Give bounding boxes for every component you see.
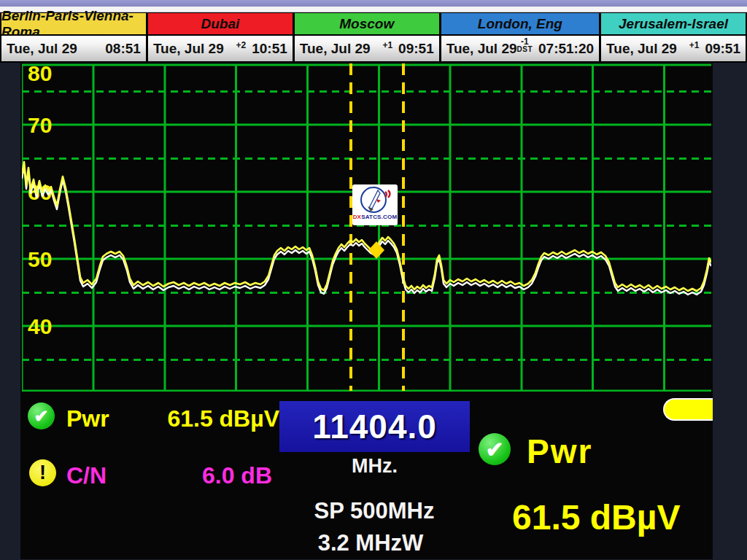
bandwidth-value: 3.2 MHzW [261, 530, 480, 556]
clock-date: Tue, Jul 29 [300, 41, 371, 57]
clock-cell: London, Eng Tue, Jul 29 -1 DST 07:51:20 [441, 13, 599, 61]
logo-wordmark: DXSATCS.COM [353, 214, 398, 220]
clock-utc-offset: -1 DST [517, 37, 533, 53]
clock-time: 07:51:20 [538, 41, 594, 57]
pwr-ok-icon: ✔ [28, 402, 55, 429]
clock-city-label: London, Eng [441, 13, 599, 36]
clock-time-row: Tue, Jul 29 +2 10:51 [148, 36, 293, 61]
clock-cell: Moscow Tue, Jul 29 +1 09:51 [295, 13, 439, 61]
clock-city-label: Jerusalem-Israel [601, 13, 746, 36]
clock-time: 09:51 [705, 41, 740, 57]
spectrum-plot: 8070605040 [22, 63, 711, 392]
clock-cell: Dubai Tue, Jul 29 +2 10:51 [148, 13, 293, 61]
svg-text:40: 40 [28, 314, 52, 338]
clock-city-label: Dubai [148, 13, 293, 36]
clock-time: 09:51 [398, 41, 434, 57]
clock-cell: Berlin-Paris-Vienna-Roma Tue, Jul 29 08:… [1, 13, 146, 61]
clock-city-label: Berlin-Paris-Vienna-Roma [1, 13, 146, 36]
pwr-value: 61.5 dBµV [152, 405, 279, 432]
world-clock-bar: Berlin-Paris-Vienna-Roma Tue, Jul 29 08:… [0, 12, 747, 63]
window-top-bar [0, 0, 747, 7]
clock-time: 08:51 [105, 41, 141, 57]
clock-time: 10:51 [252, 41, 287, 57]
clock-time-row: Tue, Jul 29 +1 09:51 [601, 36, 746, 61]
meter-screen: Berlin-Paris-Vienna-Roma Tue, Jul 29 08:… [0, 0, 747, 560]
analyzer-area: 8070605040 DXSATCS.COM ✔ Pwr 61.5 dBµV ! [0, 63, 747, 559]
svg-text:50: 50 [28, 247, 52, 271]
frequency-box[interactable]: 11404.0 [279, 401, 470, 452]
clock-time-row: Tue, Jul 29 08:51 [1, 36, 146, 61]
clock-city-label: Moscow [295, 13, 439, 36]
frequency-unit: MHz. [279, 455, 470, 478]
big-pwr-label: Pwr [527, 432, 592, 471]
svg-text:70: 70 [28, 113, 52, 137]
span-value: SP 500MHz [261, 498, 487, 524]
cn-warning-icon: ! [29, 459, 56, 486]
frequency-value: 11404.0 [312, 407, 437, 446]
clock-date: Tue, Jul 29 [446, 41, 517, 57]
pwr-label: Pwr [66, 405, 109, 432]
clock-utc-offset: +1 [689, 41, 700, 50]
dxsatcs-logo: DXSATCS.COM [352, 184, 398, 225]
clock-cell: Jerusalem-Israel Tue, Jul 29 +1 09:51 [601, 13, 746, 61]
clock-time-row: Tue, Jul 29 -1 DST 07:51:20 [441, 36, 599, 61]
spectrum-panel: 8070605040 DXSATCS.COM ✔ Pwr 61.5 dBµV ! [20, 63, 713, 559]
clock-time-row: Tue, Jul 29 +1 09:51 [295, 36, 439, 61]
range-pill-button[interactable] [663, 398, 713, 421]
clock-date: Tue, Jul 29 [153, 41, 224, 57]
clock-date: Tue, Jul 29 [606, 41, 677, 57]
big-pwr-ok-icon: ✔ [479, 433, 511, 465]
cn-label: C/N [66, 462, 107, 489]
clock-utc-offset: +1 [382, 41, 392, 50]
satellite-dish-icon [355, 184, 395, 215]
big-pwr-value: 61.5 dBµV [512, 497, 680, 537]
clock-date: Tue, Jul 29 [7, 41, 77, 57]
svg-text:80: 80 [28, 63, 52, 85]
cn-value: 6.0 dB [152, 462, 272, 489]
peak-diamond-marker [368, 241, 384, 259]
clock-utc-offset: +2 [236, 41, 247, 50]
